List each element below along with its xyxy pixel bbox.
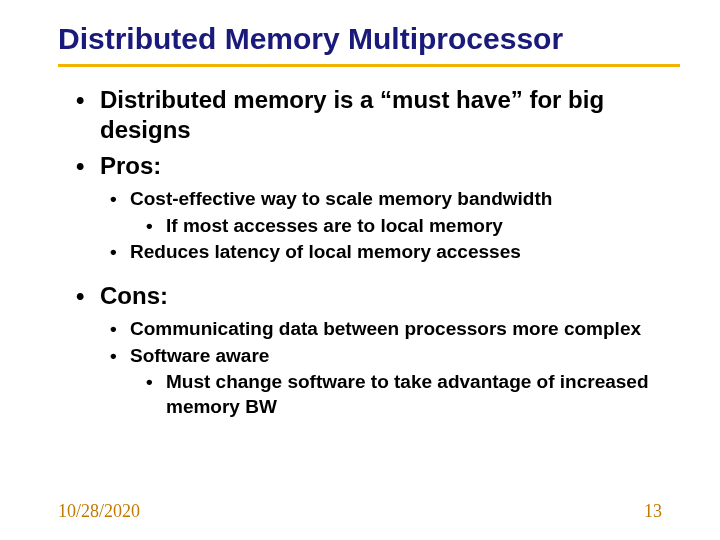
bullet-text: Communicating data between processors mo… xyxy=(130,318,641,339)
bullet-icon: • xyxy=(76,85,84,115)
bullet-icon: • xyxy=(110,344,117,369)
bullet-text: Reduces latency of local memory accesses xyxy=(130,241,521,262)
title-underline xyxy=(58,64,680,67)
footer-date: 10/28/2020 xyxy=(58,501,140,522)
bullet-cons-1: • Communicating data between processors … xyxy=(58,317,672,342)
slide: Distributed Memory Multiprocessor • Dist… xyxy=(0,0,720,540)
bullet-text: Cost-effective way to scale memory bandw… xyxy=(130,188,552,209)
bullet-pros-1: • Cost-effective way to scale memory ban… xyxy=(58,187,672,212)
bullet-icon: • xyxy=(146,370,153,395)
bullet-pros-1a: • If most accesses are to local memory xyxy=(58,214,672,239)
slide-footer: 10/28/2020 13 xyxy=(58,501,662,522)
bullet-icon: • xyxy=(76,281,84,311)
bullet-icon: • xyxy=(110,187,117,212)
bullet-cons-2: • Software aware xyxy=(58,344,672,369)
bullet-cons-2a: • Must change software to take advantage… xyxy=(58,370,672,419)
bullet-intro: • Distributed memory is a “must have” fo… xyxy=(58,85,672,145)
bullet-text: Distributed memory is a “must have” for … xyxy=(100,86,604,143)
bullet-pros-label: • Pros: xyxy=(58,151,672,181)
bullet-pros-2: • Reduces latency of local memory access… xyxy=(58,240,672,265)
bullet-text: Must change software to take advantage o… xyxy=(166,371,649,417)
bullet-text: Pros: xyxy=(100,152,161,179)
slide-title: Distributed Memory Multiprocessor xyxy=(0,22,720,64)
bullet-icon: • xyxy=(76,151,84,181)
bullet-text: Cons: xyxy=(100,282,168,309)
bullet-icon: • xyxy=(146,214,153,239)
bullet-text: If most accesses are to local memory xyxy=(166,215,503,236)
bullet-text: Software aware xyxy=(130,345,269,366)
footer-page-number: 13 xyxy=(644,501,662,522)
bullet-cons-label: • Cons: xyxy=(58,281,672,311)
slide-content: • Distributed memory is a “must have” fo… xyxy=(0,85,720,420)
bullet-icon: • xyxy=(110,317,117,342)
bullet-icon: • xyxy=(110,240,117,265)
